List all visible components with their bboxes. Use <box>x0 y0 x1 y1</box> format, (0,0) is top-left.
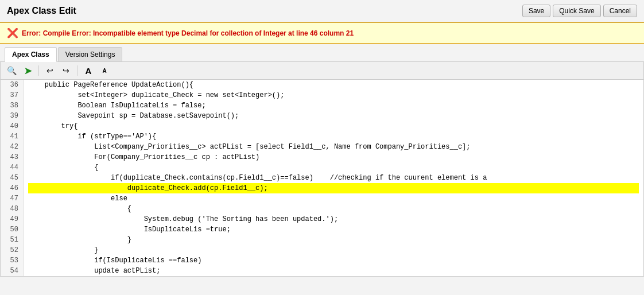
quick-save-button[interactable]: Quick Save <box>553 5 600 17</box>
code-editor[interactable]: 36373839404142434445464748495051525354 p… <box>1 80 643 276</box>
code-lines[interactable]: public PageReference UpdateAction(){ set… <box>24 80 643 276</box>
line-number: 53 <box>5 255 18 266</box>
code-line: if (strType=='AP'){ <box>28 131 639 142</box>
font-decrease-icon[interactable]: A <box>98 64 111 77</box>
code-line: } <box>28 245 639 255</box>
code-line: else <box>28 193 639 204</box>
error-bar: ❌ Error: Compile Error: Incompatible ele… <box>0 22 644 44</box>
line-number: 52 <box>5 245 18 255</box>
cancel-button[interactable]: Cancel <box>603 5 637 17</box>
code-line: set<Integer> duplicate_Check = new set<I… <box>28 90 639 100</box>
line-number: 54 <box>5 266 18 276</box>
code-line: if(duplicate_Check.contains(cp.Field1__c… <box>28 173 639 183</box>
line-number: 45 <box>5 173 18 183</box>
tab-apex-class[interactable]: Apex Class <box>5 47 57 62</box>
editor-container: 🔍 ➤ ↩ ↪ A A 3637383940414243444546474849… <box>0 62 644 277</box>
error-message: Error: Compile Error: Incompatible eleme… <box>22 29 354 37</box>
line-number: 38 <box>5 100 18 111</box>
undo-icon[interactable]: ↩ <box>44 64 56 77</box>
code-line: System.debug ('The Sorting has been upda… <box>28 214 639 224</box>
tab-version-settings[interactable]: Version Settings <box>58 47 123 61</box>
code-line: { <box>28 204 639 214</box>
line-number: 41 <box>5 131 18 142</box>
line-number: 37 <box>5 90 18 100</box>
code-line: For(Company_Priorities__c cp : actPList) <box>28 152 639 162</box>
error-icon: ❌ <box>7 28 18 38</box>
code-line: if(IsDuplicateLis ==false) <box>28 255 639 266</box>
code-line: duplicate_Check.add(cp.Field1__c); <box>28 183 639 193</box>
code-line: public PageReference UpdateAction(){ <box>28 80 639 90</box>
code-line: Savepoint sp = Database.setSavepoint(); <box>28 111 639 121</box>
page-header: Apex Class Edit Save Quick Save Cancel <box>0 0 644 22</box>
go-icon[interactable]: ➤ <box>21 64 34 77</box>
tabs-container: Apex Class Version Settings <box>0 44 644 62</box>
toolbar-separator-2 <box>77 65 77 76</box>
line-number: 43 <box>5 152 18 162</box>
line-number: 47 <box>5 193 18 204</box>
line-number: 49 <box>5 214 18 224</box>
font-increase-icon[interactable]: A <box>82 64 95 77</box>
code-line: update actPList; <box>28 266 639 276</box>
line-number: 51 <box>5 235 18 245</box>
code-line: IsDuplicateLis =true; <box>28 224 639 235</box>
editor-toolbar: 🔍 ➤ ↩ ↪ A A <box>1 62 643 80</box>
code-line: List<Company_Priorities__c> actPList = [… <box>28 142 639 152</box>
header-buttons: Save Quick Save Cancel <box>522 5 637 17</box>
line-number: 50 <box>5 224 18 235</box>
line-number: 48 <box>5 204 18 214</box>
line-number: 39 <box>5 111 18 121</box>
save-button[interactable]: Save <box>522 5 550 17</box>
line-number: 44 <box>5 162 18 173</box>
line-number: 42 <box>5 142 18 152</box>
code-line: } <box>28 235 639 245</box>
line-number: 40 <box>5 121 18 131</box>
code-line: Boolean IsDuplicateLis = false; <box>28 100 639 111</box>
line-number: 36 <box>5 80 18 90</box>
search-icon[interactable]: 🔍 <box>5 64 18 77</box>
line-number: 46 <box>5 183 18 193</box>
line-numbers: 36373839404142434445464748495051525354 <box>1 80 24 276</box>
redo-icon[interactable]: ↪ <box>60 64 72 77</box>
toolbar-separator-1 <box>38 65 39 76</box>
page-title: Apex Class Edit <box>7 6 76 16</box>
code-line: try{ <box>28 121 639 131</box>
code-line: { <box>28 162 639 173</box>
